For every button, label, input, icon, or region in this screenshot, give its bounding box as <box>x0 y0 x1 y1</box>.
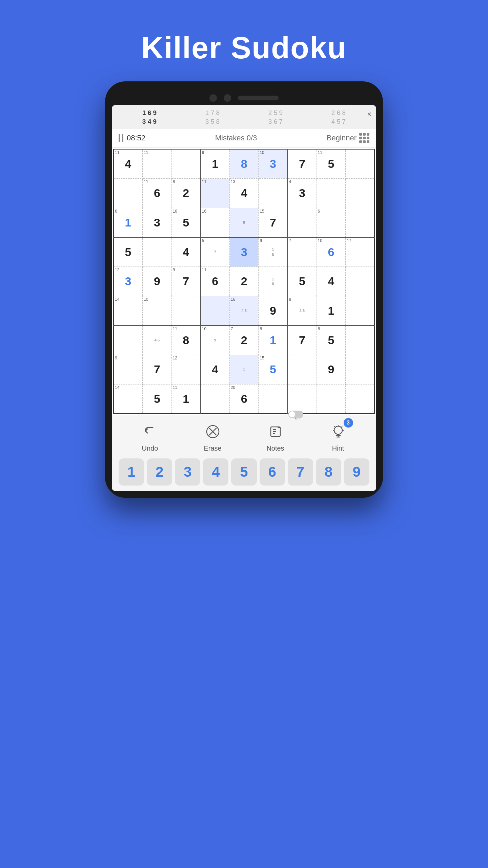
cell-8-2[interactable]: 111 <box>171 384 201 414</box>
cell-5-0[interactable]: 14 <box>114 296 143 326</box>
num-btn-3[interactable]: 3 <box>175 458 200 486</box>
score-358[interactable]: 3 5 8 <box>182 118 243 125</box>
cell-7-5[interactable]: 155 <box>259 355 288 384</box>
num-btn-4[interactable]: 4 <box>203 458 228 486</box>
num-btn-5[interactable]: 5 <box>231 458 257 486</box>
cell-0-7[interactable]: 115 <box>317 149 346 179</box>
cell-0-3[interactable]: 91 <box>201 149 230 179</box>
cell-4-7[interactable]: 4 <box>317 267 346 296</box>
cell-2-1[interactable]: 3 <box>143 208 172 237</box>
cell-1-7[interactable] <box>317 179 346 208</box>
cell-0-6[interactable]: 7 <box>287 149 317 179</box>
cell-1-1[interactable]: 116 <box>143 179 172 208</box>
cell-7-0[interactable]: 9 <box>114 355 143 384</box>
cell-7-7[interactable]: 9 <box>317 355 346 384</box>
cell-5-2[interactable] <box>171 296 201 326</box>
cell-5-1[interactable]: 10 <box>143 296 172 326</box>
cell-1-4[interactable]: 134 <box>229 179 259 208</box>
cell-8-4[interactable]: 206 <box>229 384 259 414</box>
cell-1-0[interactable] <box>114 179 143 208</box>
cell-3-2[interactable]: 4 <box>171 237 201 267</box>
num-btn-6[interactable]: 6 <box>260 458 285 486</box>
cell-8-5[interactable] <box>259 384 288 414</box>
erase-button[interactable]: Erase <box>202 421 224 452</box>
cell-6-8[interactable] <box>346 326 374 355</box>
cell-8-7[interactable] <box>317 384 346 414</box>
cell-8-3[interactable] <box>201 384 230 414</box>
score-178[interactable]: 1 7 8 <box>182 109 243 117</box>
cell-5-7[interactable]: 1 <box>317 296 346 326</box>
cell-4-3[interactable]: 116 <box>201 267 230 296</box>
cell-4-0[interactable]: 123 <box>114 267 143 296</box>
cell-6-7[interactable]: 85 <box>317 326 346 355</box>
cell-0-8[interactable] <box>346 149 374 179</box>
cell-2-6[interactable] <box>287 208 317 237</box>
cell-5-4[interactable]: 164 5 <box>229 296 259 326</box>
cell-5-6[interactable]: 82 3 <box>287 296 317 326</box>
cell-2-0[interactable]: 61 <box>114 208 143 237</box>
timer-display[interactable]: 08:52 <box>119 134 145 142</box>
cell-3-8[interactable]: 17 <box>346 237 374 267</box>
cell-2-5[interactable]: 157 <box>259 208 288 237</box>
cell-4-4[interactable]: 2 <box>229 267 259 296</box>
cell-3-6[interactable]: 7 <box>287 237 317 267</box>
cell-2-4[interactable]: 9 <box>229 208 259 237</box>
cell-7-8[interactable] <box>346 355 374 384</box>
cell-6-3[interactable]: 109 <box>201 326 230 355</box>
num-btn-7[interactable]: 7 <box>288 458 313 486</box>
cell-6-1[interactable]: 4 6 <box>143 326 172 355</box>
undo-button[interactable]: Undo <box>139 421 161 452</box>
cell-0-1[interactable]: 11 <box>143 149 172 179</box>
cell-1-3[interactable]: 11 <box>201 179 230 208</box>
pause-icon[interactable] <box>119 134 123 142</box>
cell-7-6[interactable] <box>287 355 317 384</box>
cell-8-8[interactable] <box>346 384 374 414</box>
cell-5-3[interactable] <box>201 296 230 326</box>
score-268[interactable]: 2 6 8 <box>308 109 369 117</box>
cell-4-2[interactable]: 97 <box>171 267 201 296</box>
cell-3-5[interactable]: 91 8 <box>259 237 288 267</box>
cell-2-7[interactable]: 6 <box>317 208 346 237</box>
num-btn-1[interactable]: 1 <box>119 458 144 486</box>
cell-6-2[interactable]: 118 <box>171 326 201 355</box>
cell-5-5[interactable]: 9 <box>259 296 288 326</box>
cell-3-3[interactable]: 57 <box>201 237 230 267</box>
cell-3-1[interactable] <box>143 237 172 267</box>
hint-button[interactable]: 3 Hint <box>327 421 349 452</box>
cell-4-8[interactable] <box>346 267 374 296</box>
cell-5-8[interactable] <box>346 296 374 326</box>
cell-8-1[interactable]: 5 <box>143 384 172 414</box>
cell-1-8[interactable] <box>346 179 374 208</box>
cell-0-2[interactable] <box>171 149 201 179</box>
cell-1-6[interactable]: 43 <box>287 179 317 208</box>
cell-3-0[interactable]: 5 <box>114 237 143 267</box>
cell-8-0[interactable]: 14 <box>114 384 143 414</box>
cell-6-5[interactable]: 81 <box>259 326 288 355</box>
num-btn-2[interactable]: 2 <box>147 458 172 486</box>
cell-4-5[interactable]: 1 8 <box>259 267 288 296</box>
score-367[interactable]: 3 6 7 <box>245 118 306 125</box>
score-349[interactable]: 3 4 9 <box>119 118 180 125</box>
cell-4-6[interactable]: 5 <box>287 267 317 296</box>
close-button[interactable]: × <box>367 110 371 119</box>
cell-3-4[interactable]: 3 <box>229 237 259 267</box>
num-btn-9[interactable]: 9 <box>344 458 369 486</box>
score-259[interactable]: 2 5 9 <box>245 109 306 117</box>
cell-6-4[interactable]: 72 <box>229 326 259 355</box>
notes-toggle[interactable] <box>288 411 303 418</box>
cell-3-7[interactable]: 106 <box>317 237 346 267</box>
cell-7-2[interactable]: 12 <box>171 355 201 384</box>
cell-4-1[interactable]: 9 <box>143 267 172 296</box>
cell-7-1[interactable]: 7 <box>143 355 172 384</box>
cell-0-5[interactable]: 103 <box>259 149 288 179</box>
cell-0-4[interactable]: 8 <box>229 149 259 179</box>
cell-2-3[interactable]: 16 <box>201 208 230 237</box>
cell-0-0[interactable]: 114 <box>114 149 143 179</box>
cell-2-8[interactable] <box>346 208 374 237</box>
score-457[interactable]: 4 5 7 <box>308 118 369 125</box>
score-169[interactable]: 1 6 9 <box>119 109 180 117</box>
cell-7-4[interactable]: 1 <box>229 355 259 384</box>
cell-8-6[interactable] <box>287 384 317 414</box>
cell-6-6[interactable]: 7 <box>287 326 317 355</box>
cell-7-3[interactable]: 4 <box>201 355 230 384</box>
